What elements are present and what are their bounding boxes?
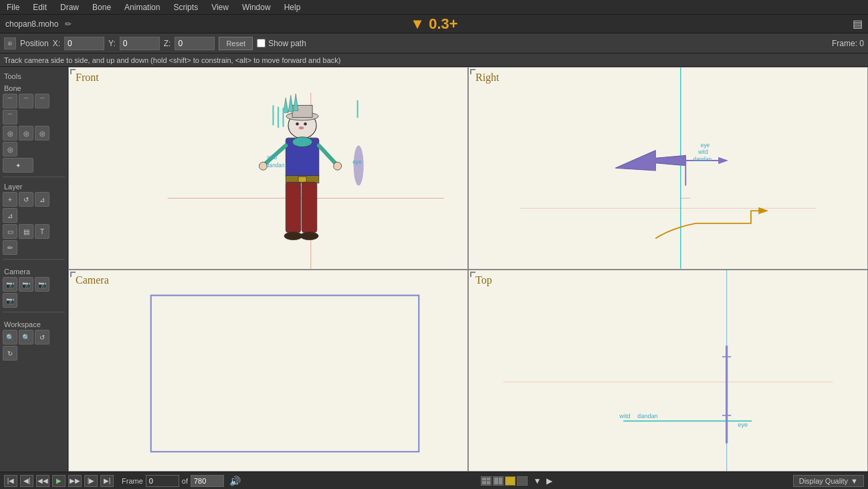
menu-edit[interactable]: Edit bbox=[26, 1, 53, 13]
bone-tool-9[interactable]: ✦ bbox=[3, 158, 33, 173]
layout-icon-3[interactable] bbox=[505, 476, 516, 486]
go-to-start-button[interactable]: |◀ bbox=[4, 475, 17, 487]
menu-window[interactable]: Window bbox=[235, 1, 278, 13]
play-back-button[interactable]: ◀◀ bbox=[36, 475, 49, 487]
menu-animation[interactable]: Animation bbox=[118, 1, 167, 13]
layer-tool-1[interactable]: + bbox=[3, 192, 17, 207]
workspace-tool-2[interactable]: 🔍 bbox=[19, 330, 33, 345]
toolbar: ⊕ Position X: Y: Z: Reset Show path Fram… bbox=[0, 33, 868, 54]
speaker-icon[interactable]: 🔊 bbox=[229, 476, 241, 486]
frame-input[interactable] bbox=[146, 475, 179, 487]
show-path-label[interactable]: Show path bbox=[257, 39, 306, 48]
x-label: X: bbox=[53, 39, 60, 48]
bone-tool-2[interactable]: ⌒ bbox=[19, 94, 33, 108]
playbar: |◀ ◀| ◀◀ ▶ ▶▶ |▶ ▶| Frame of 🔊 ▼ ▶ Displ… bbox=[0, 472, 868, 489]
viewports: Front bbox=[68, 67, 868, 472]
x-input[interactable] bbox=[64, 37, 104, 50]
go-to-end-button[interactable]: ▶| bbox=[100, 475, 114, 487]
menu-help[interactable]: Help bbox=[278, 1, 308, 13]
workspace-tool-1[interactable]: 🔍 bbox=[3, 330, 17, 345]
play-forward-button[interactable]: ▶▶ bbox=[68, 475, 82, 487]
svg-text:eye: eye bbox=[352, 159, 362, 165]
svg-point-21 bbox=[284, 232, 302, 240]
layout-icon-2[interactable] bbox=[493, 476, 504, 486]
workspace-tools-row1: 🔍 🔍 ↺ ↻ bbox=[3, 330, 65, 361]
menu-file[interactable]: File bbox=[0, 1, 26, 13]
svg-point-16 bbox=[334, 162, 342, 170]
step-back-button[interactable]: ◀| bbox=[20, 475, 33, 487]
camera-tool-1[interactable]: 📷 bbox=[3, 277, 17, 292]
layout-icons bbox=[481, 476, 528, 486]
step-forward-button[interactable]: |▶ bbox=[84, 475, 98, 487]
layout-chevron-icon[interactable]: ▼ bbox=[533, 476, 541, 486]
camera-tools-row1: 📷 📷 📷 📷 bbox=[3, 277, 65, 308]
menu-scripts[interactable]: Scripts bbox=[167, 1, 205, 13]
bone-tools-row1: ⌒ ⌒ ⌒ ⌒ bbox=[3, 94, 65, 124]
svg-point-22 bbox=[300, 232, 318, 240]
svg-point-12 bbox=[292, 137, 312, 147]
svg-point-10 bbox=[299, 126, 304, 130]
y-label: Y: bbox=[108, 39, 116, 48]
bone-tool-5[interactable]: ◎ bbox=[3, 126, 17, 140]
bone-tool-1[interactable]: ⌒ bbox=[3, 94, 17, 108]
z-input[interactable] bbox=[175, 37, 215, 50]
svg-text:dandan: dandan bbox=[637, 413, 658, 419]
layout-icon-1[interactable] bbox=[481, 476, 492, 486]
layer-tool-8[interactable]: ✏ bbox=[3, 240, 17, 255]
bone-tool-3[interactable]: ⌒ bbox=[35, 94, 49, 108]
menu-view[interactable]: View bbox=[205, 1, 235, 13]
svg-marker-35 bbox=[718, 157, 728, 165]
bone-tools-row3: ✦ bbox=[3, 158, 65, 173]
layer-tool-6[interactable]: ▤ bbox=[19, 224, 33, 239]
workspace-tool-4[interactable]: ↻ bbox=[3, 346, 17, 361]
play-button[interactable]: ▶ bbox=[52, 475, 66, 487]
front-viewport-label: Front bbox=[76, 72, 99, 84]
layer-tool-5[interactable]: ▭ bbox=[3, 224, 17, 239]
workspace-section-title: Workspace bbox=[3, 318, 65, 330]
svg-text:dandan: dandan bbox=[266, 163, 285, 169]
svg-rect-20 bbox=[302, 182, 317, 232]
frame-label: Frame bbox=[122, 477, 143, 485]
right-viewport-svg: eye witd dandan bbox=[469, 68, 867, 269]
right-viewport-label: Right bbox=[475, 72, 500, 84]
bone-tool-7[interactable]: ◎ bbox=[35, 126, 49, 140]
tools-section-title: Tools bbox=[3, 70, 65, 82]
top-viewport[interactable]: Top witd dandan eye bbox=[468, 270, 868, 472]
right-viewport[interactable]: Right bbox=[468, 67, 868, 270]
camera-viewport[interactable]: Camera bbox=[68, 270, 468, 472]
svg-point-8 bbox=[296, 122, 299, 126]
layout-icon-4[interactable] bbox=[517, 476, 528, 486]
position-icon: ⊕ bbox=[4, 37, 16, 50]
layout-chevron-right-icon[interactable]: ▶ bbox=[546, 476, 552, 486]
camera-viewport-svg bbox=[69, 270, 467, 472]
bone-tool-4[interactable]: ⌒ bbox=[3, 110, 17, 124]
camera-section-title: Camera bbox=[3, 265, 65, 277]
show-path-checkbox[interactable] bbox=[257, 39, 265, 47]
layer-section-title: Layer bbox=[3, 180, 65, 192]
camera-viewport-label: Camera bbox=[76, 274, 109, 286]
sidebar: Tools Bone ⌒ ⌒ ⌒ ⌒ ◎ ◎ ◎ ◎ ✦ Layer + ↺ ⊿… bbox=[0, 67, 68, 472]
bone-tool-8[interactable]: ◎ bbox=[3, 142, 17, 157]
front-viewport[interactable]: Front bbox=[68, 67, 468, 270]
svg-rect-19 bbox=[286, 182, 301, 232]
display-quality-chevron-icon: ▼ bbox=[851, 477, 858, 485]
camera-tool-3[interactable]: 📷 bbox=[35, 277, 49, 292]
bone-tool-6[interactable]: ◎ bbox=[19, 126, 33, 140]
layer-tool-3[interactable]: ⊿ bbox=[35, 192, 49, 207]
top-viewport-svg: witd dandan eye bbox=[469, 270, 867, 472]
layer-tool-2[interactable]: ↺ bbox=[19, 192, 33, 207]
frame-total-input[interactable] bbox=[191, 475, 224, 487]
panel-toggle-icon[interactable]: ▤ bbox=[853, 17, 863, 30]
layer-tool-4[interactable]: ⊿ bbox=[3, 208, 17, 223]
camera-tool-4[interactable]: 📷 bbox=[3, 293, 17, 308]
svg-rect-42 bbox=[151, 295, 419, 452]
workspace-tool-3[interactable]: ↺ bbox=[35, 330, 49, 345]
camera-tool-2[interactable]: 📷 bbox=[19, 277, 33, 292]
y-input[interactable] bbox=[120, 37, 160, 50]
display-quality-button[interactable]: Display Quality ▼ bbox=[793, 475, 864, 487]
menu-bone[interactable]: Bone bbox=[86, 1, 118, 13]
layer-tool-7[interactable]: T bbox=[35, 224, 49, 239]
menu-draw[interactable]: Draw bbox=[53, 1, 86, 13]
reset-button[interactable]: Reset bbox=[219, 37, 253, 50]
svg-text:witd: witd bbox=[619, 413, 630, 419]
